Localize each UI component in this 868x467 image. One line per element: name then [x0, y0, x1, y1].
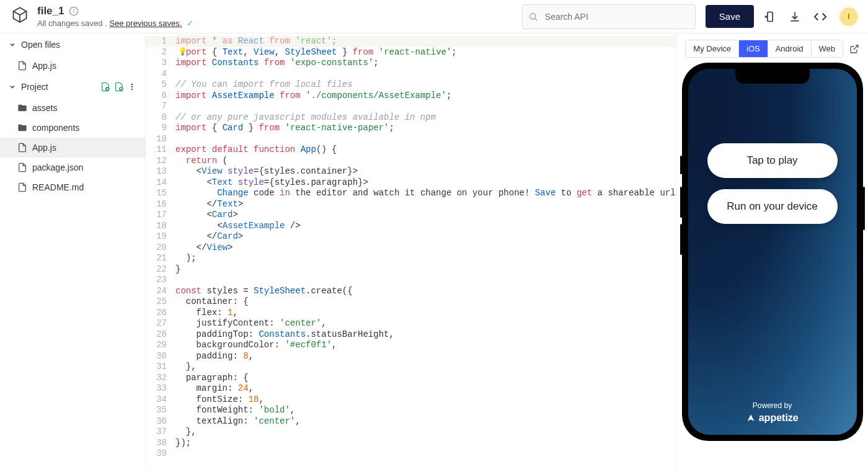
line-number: 18	[146, 221, 175, 232]
code-content: import * as React from 'react';	[175, 36, 676, 47]
code-line[interactable]: 12 return (	[146, 156, 676, 167]
code-line[interactable]: 5// You can import from local files	[146, 79, 676, 91]
line-number: 31	[146, 362, 175, 373]
line-number: 8	[146, 112, 175, 123]
file-icon	[17, 61, 27, 71]
code-line[interactable]: 36 textAlign: 'center',	[146, 416, 676, 427]
device-tab-android[interactable]: Android	[768, 40, 811, 57]
code-line[interactable]: 28 paddingTop: Constants.statusBarHeight…	[146, 329, 676, 340]
code-line[interactable]: 31 },	[146, 362, 676, 373]
phone-action-button[interactable]: Tap to play	[707, 143, 838, 178]
code-line[interactable]: 14 <Text style={styles.paragraph}>	[146, 177, 676, 189]
save-button[interactable]: Save	[706, 5, 754, 28]
code-content: textAlign: 'center',	[175, 416, 676, 427]
snack-logo-icon[interactable]	[10, 5, 30, 25]
svg-rect-5	[768, 12, 773, 21]
code-line[interactable]: 25 container: {	[146, 296, 676, 308]
code-content: <AssetExample />	[175, 221, 676, 232]
project-item[interactable]: App.js	[0, 138, 145, 158]
code-line[interactable]: 20 </View>	[146, 242, 676, 254]
code-line[interactable]: 16 </Text>	[146, 199, 676, 210]
code-line[interactable]: 26 flex: 1,	[146, 308, 676, 319]
code-line[interactable]: 1import * as React from 'react';	[146, 36, 676, 47]
device-export-icon[interactable]	[764, 11, 776, 23]
line-number: 14	[146, 177, 175, 189]
line-number: 27	[146, 318, 175, 329]
project-item[interactable]: assets	[0, 98, 145, 118]
main: Open files App.js Project assetscomponen…	[0, 33, 868, 467]
code-content: fontWeight: 'bold',	[175, 405, 676, 416]
open-file-item[interactable]: App.js	[0, 56, 145, 76]
code-line[interactable]: 8// or any pure javascript modules avail…	[146, 112, 676, 123]
device-tab-my-device[interactable]: My Device	[686, 40, 738, 57]
code-line[interactable]: 6import AssetExample from './components/…	[146, 91, 676, 102]
svg-point-15	[131, 86, 133, 87]
code-line[interactable]: 19 </Card>	[146, 231, 676, 242]
info-icon[interactable]	[69, 6, 79, 16]
file-name: package.json	[32, 162, 84, 172]
phone-action-button[interactable]: Run on your device	[707, 189, 838, 224]
project-item[interactable]: package.json	[0, 158, 145, 177]
code-line[interactable]: 18 <AssetExample />	[146, 221, 676, 232]
code-content: <View style={styles.container}>	[175, 166, 676, 177]
code-line[interactable]: 2 port { Text, View, StyleSheet } from '…	[146, 47, 676, 58]
open-files-header[interactable]: Open files	[0, 33, 145, 56]
project-item[interactable]: components	[0, 118, 145, 138]
code-line[interactable]: 4	[146, 69, 676, 80]
code-line[interactable]: 9import { Card } from 'react-native-pape…	[146, 123, 676, 134]
code-line[interactable]: 33 margin: 24,	[146, 383, 676, 394]
new-file-icon[interactable]	[100, 82, 110, 92]
line-number: 21	[146, 253, 175, 264]
code-line[interactable]: 21 );	[146, 253, 676, 264]
code-line[interactable]: 34 fontSize: 18,	[146, 394, 676, 406]
code-line[interactable]: 13 <View style={styles.container}>	[146, 166, 676, 177]
embed-code-icon[interactable]	[813, 10, 827, 24]
project-item[interactable]: README.md	[0, 177, 145, 197]
download-icon[interactable]	[789, 11, 801, 23]
save-status: All changes saved . See previous saves. …	[37, 19, 193, 28]
code-line[interactable]: 23	[146, 275, 676, 286]
popout-icon[interactable]	[849, 44, 859, 54]
code-line[interactable]: 38});	[146, 438, 676, 449]
code-line[interactable]: 29 backgroundColor: '#ecf0f1',	[146, 340, 676, 351]
line-number: 36	[146, 416, 175, 427]
code-line[interactable]: 39	[146, 448, 676, 460]
code-line[interactable]: 24const styles = StyleSheet.create({	[146, 286, 676, 297]
file-name: App.js	[32, 61, 56, 71]
code-line[interactable]: 35 fontWeight: 'bold',	[146, 405, 676, 416]
powered-label: Powered by	[688, 401, 857, 410]
import-file-icon[interactable]	[114, 82, 124, 92]
lightbulb-icon[interactable]: 💡	[178, 47, 187, 56]
line-number: 15	[146, 188, 175, 199]
check-icon: ✓	[187, 19, 193, 28]
code-line[interactable]: 10	[146, 134, 676, 145]
code-line[interactable]: 30 padding: 8,	[146, 351, 676, 362]
line-number: 25	[146, 296, 175, 308]
code-line[interactable]: 22}	[146, 264, 676, 275]
code-line[interactable]: 32 paragraph: {	[146, 373, 676, 384]
code-editor[interactable]: 💡 1import * as React from 'react';2 port…	[146, 33, 676, 467]
line-number: 19	[146, 231, 175, 242]
previous-saves-link[interactable]: See previous saves.	[109, 19, 182, 28]
code-content	[175, 448, 676, 460]
more-icon[interactable]	[128, 82, 136, 91]
code-content	[175, 134, 676, 145]
powered-brand: appetize	[688, 412, 857, 424]
code-content: margin: 24,	[175, 383, 676, 394]
search-input[interactable]	[522, 4, 696, 29]
code-line[interactable]: 17 <Card>	[146, 210, 676, 221]
device-tab-ios[interactable]: iOS	[738, 40, 768, 57]
folder-icon	[17, 103, 27, 113]
code-line[interactable]: 27 justifyContent: 'center',	[146, 318, 676, 329]
code-line[interactable]: 11export default function App() {	[146, 145, 676, 156]
device-tab-web[interactable]: Web	[811, 40, 843, 57]
line-number: 13	[146, 166, 175, 177]
code-line[interactable]: 37 },	[146, 427, 676, 438]
title-block: file_1 All changes saved . See previous …	[37, 5, 193, 28]
code-line[interactable]: 3import Constants from 'expo-constants';	[146, 58, 676, 69]
project-header[interactable]: Project	[0, 76, 145, 98]
avatar[interactable]: I	[839, 7, 858, 26]
code-line[interactable]: 7	[146, 101, 676, 112]
code-content: return (	[175, 156, 676, 167]
code-line[interactable]: 15 Change code in the editor and watch i…	[146, 188, 676, 199]
